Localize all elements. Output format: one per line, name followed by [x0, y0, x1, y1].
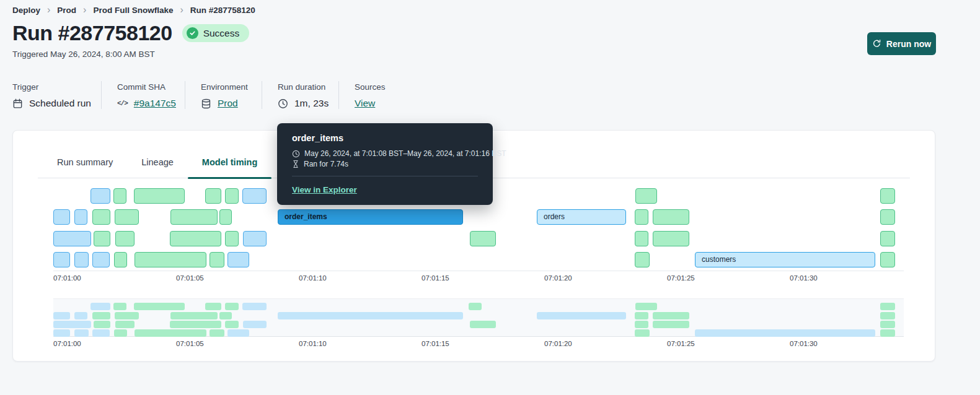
gantt-bar[interactable]: [635, 209, 648, 225]
code-icon: </>: [117, 100, 128, 107]
gantt-bar-label: order_items: [278, 210, 462, 224]
overview-bar: [653, 321, 689, 328]
timeline-overview[interactable]: [53, 298, 904, 337]
gantt-bar[interactable]: [170, 231, 221, 246]
axis-tick-label: 07:01:10: [299, 274, 327, 282]
overview-bar: [53, 312, 70, 319]
overview-bar: [115, 312, 139, 319]
overview-time-axis: 07:01:0007:01:0507:01:1007:01:1507:01:20…: [53, 337, 904, 349]
gantt-bar[interactable]: [115, 231, 135, 246]
environment-link[interactable]: Prod: [218, 98, 238, 109]
tab-lineage[interactable]: Lineage: [127, 157, 188, 178]
overview-bar: [92, 312, 110, 319]
axis-tick-label: 07:01:10: [299, 340, 327, 347]
gantt-bar[interactable]: [94, 231, 110, 246]
run-duration-value: 1m, 23s: [294, 98, 329, 109]
gantt-bar[interactable]: [880, 231, 895, 246]
gantt-bar[interactable]: [470, 231, 496, 246]
sources-view-link[interactable]: View: [355, 98, 375, 109]
overview-bar: [114, 329, 127, 337]
hourglass-icon: [292, 160, 299, 168]
gantt-bar[interactable]: [242, 188, 267, 204]
gantt-bar[interactable]: [227, 252, 249, 267]
gantt-bar[interactable]: [210, 252, 224, 267]
view-in-explorer-link[interactable]: View in Explorer: [292, 185, 357, 194]
meta-col-sources: Sources View: [338, 81, 386, 109]
gantt-bar[interactable]: [635, 188, 657, 204]
overview-bar: [470, 321, 496, 328]
gantt-bar[interactable]: [225, 231, 239, 246]
gantt-bar[interactable]: [880, 252, 895, 267]
gantt-bar[interactable]: [205, 188, 221, 204]
axis-tick-label: 07:01:20: [544, 340, 572, 347]
axis-tick-label: 07:01:25: [667, 340, 695, 347]
meta-label: Sources: [355, 82, 386, 92]
gantt-bar[interactable]: [653, 209, 689, 225]
overview-bar: [880, 329, 895, 337]
tab-label: Model timing: [202, 157, 257, 167]
overview-bar: [94, 321, 110, 328]
success-check-icon: [187, 27, 198, 39]
gantt-bar[interactable]: [219, 209, 232, 225]
gantt-bar[interactable]: [653, 231, 689, 246]
overview-bar: [205, 303, 221, 310]
gantt-bar[interactable]: [635, 252, 650, 267]
gantt-bar[interactable]: [880, 209, 895, 225]
gantt-bar[interactable]: [135, 252, 206, 267]
model-timing-chart: order_itemsorderscustomers 07:01:0007:01…: [53, 184, 904, 349]
gantt-bar[interactable]: [225, 188, 239, 204]
gantt-bar-label: customers: [695, 253, 875, 266]
gantt-bar[interactable]: [53, 252, 70, 267]
breadcrumb-deploy[interactable]: Deploy: [12, 6, 40, 15]
gantt-bar-orders[interactable]: orders: [537, 209, 626, 225]
overview-bar: [219, 312, 232, 319]
gantt-bar[interactable]: [74, 209, 87, 225]
overview-bar: [225, 321, 239, 328]
rerun-now-button[interactable]: Rerun now: [867, 32, 936, 55]
page-title: Run #287758120: [12, 21, 172, 45]
gantt-bar[interactable]: [90, 188, 110, 204]
gantt-bar[interactable]: [115, 209, 139, 225]
gantt-bar[interactable]: [635, 231, 648, 246]
overview-bar: [115, 321, 135, 328]
clock-icon: [278, 98, 288, 109]
overview-bar: [53, 321, 91, 328]
status-badge: Success: [182, 24, 250, 42]
overview-bar: [90, 303, 110, 310]
tooltip-divider: [292, 176, 478, 176]
gantt-bar[interactable]: [114, 252, 127, 267]
chevron-right-icon: ›: [47, 5, 50, 15]
gantt-bar[interactable]: [74, 252, 89, 267]
meta-label: Commit SHA: [117, 82, 185, 92]
gantt-bar-customers[interactable]: customers: [695, 252, 875, 267]
gantt-bar[interactable]: [134, 188, 185, 204]
axis-tick-label: 07:01:25: [667, 274, 695, 282]
gantt-bar[interactable]: [92, 209, 110, 225]
tooltip-model-name: order_items: [292, 133, 478, 143]
axis-tick-label: 07:01:20: [544, 274, 572, 282]
database-icon: [201, 98, 211, 109]
overview-bar: [653, 312, 689, 319]
gantt-bar[interactable]: [53, 209, 70, 225]
commit-sha-link[interactable]: #9a147c5: [134, 98, 176, 109]
breadcrumb-prod[interactable]: Prod: [57, 6, 76, 15]
gantt-bar-order_items[interactable]: order_items: [278, 209, 463, 225]
overview-bar: [92, 329, 110, 337]
gantt-bar[interactable]: [113, 188, 126, 204]
overview-bar: [880, 312, 895, 319]
gantt-bar[interactable]: [880, 188, 895, 204]
gantt-bar[interactable]: [170, 209, 218, 225]
chevron-right-icon: ›: [180, 5, 183, 15]
tooltip-time-range: May 26, 2024, at 7:01:08 BST–May 26, 202…: [304, 149, 506, 158]
overview-bar: [227, 329, 249, 337]
overview-bar: [170, 321, 221, 328]
gantt-bar[interactable]: [92, 252, 110, 267]
breadcrumb-job[interactable]: Prod Full Snowflake: [93, 6, 173, 15]
gantt-bar[interactable]: [53, 231, 91, 246]
model-tooltip: order_items May 26, 2024, at 7:01:08 BST…: [277, 123, 493, 205]
tab-model-timing[interactable]: Model timing: [188, 157, 271, 178]
meta-col-trigger: Trigger Scheduled run: [12, 81, 101, 109]
gantt-bar[interactable]: [243, 231, 267, 246]
axis-tick-label: 07:01:05: [176, 340, 204, 347]
tab-run-summary[interactable]: Run summary: [43, 157, 127, 178]
